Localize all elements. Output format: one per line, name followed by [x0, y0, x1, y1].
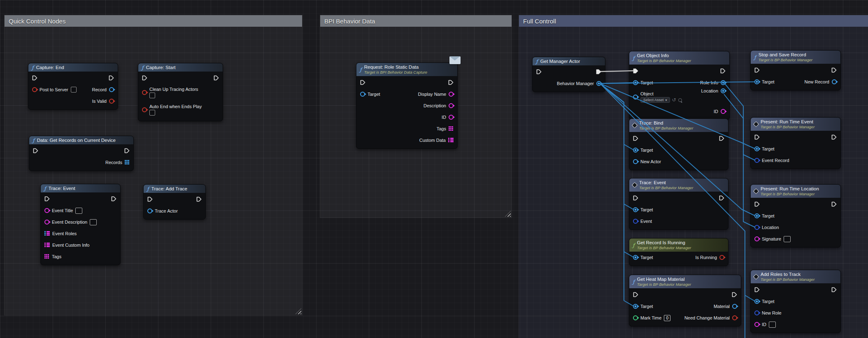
signature-pin[interactable]: [754, 236, 759, 241]
search-icon[interactable]: [678, 98, 682, 102]
target-pin[interactable]: [754, 299, 759, 304]
get-heat-map-material-node[interactable]: ƒGet Heat Map MaterialTarget is BP Behav…: [629, 275, 741, 326]
custom-data-pin[interactable]: [448, 138, 454, 143]
id-pin[interactable]: [721, 109, 726, 114]
bpi-behavior-data-comment-header[interactable]: BPI Behavior Data: [320, 15, 512, 27]
target-pin[interactable]: [754, 79, 759, 84]
id-pin[interactable]: [754, 322, 759, 327]
clean-up-tracing-actors-checkbox[interactable]: [149, 93, 155, 98]
event-custom-info-pin[interactable]: [44, 243, 50, 248]
exec-out-pin[interactable]: [719, 136, 724, 141]
exec-in-pin[interactable]: [44, 196, 50, 201]
capture-end-node[interactable]: ƒCapture: EndPost to ServerRecordIs Vali…: [28, 63, 118, 110]
event-description-pin[interactable]: [44, 220, 49, 225]
present-run-time-event-node[interactable]: Present: Run Time EventTarget is BP Beha…: [750, 117, 841, 169]
event-record-pin[interactable]: [754, 158, 759, 163]
mark-time-pin[interactable]: [633, 315, 638, 320]
record-pin[interactable]: [109, 87, 114, 92]
full-controll-comment-header[interactable]: Full Controll: [519, 15, 868, 27]
location-pin[interactable]: [754, 225, 759, 230]
id-textbox[interactable]: [769, 322, 776, 328]
target-pin[interactable]: [633, 304, 638, 309]
tags-pin[interactable]: [449, 126, 454, 131]
event-roles-pin[interactable]: [44, 231, 50, 236]
exec-out-pin[interactable]: [732, 292, 737, 297]
exec-in-pin[interactable]: [147, 197, 153, 202]
capture-start-node[interactable]: ƒCapture: StartClean Up Tracing ActorsAu…: [138, 63, 223, 121]
asset-picker-dropdown[interactable]: Select Asset▾: [640, 97, 670, 103]
trace-actor-pin[interactable]: [147, 208, 152, 213]
target-pin[interactable]: [633, 148, 638, 153]
target-pin[interactable]: [754, 213, 759, 218]
is-valid-pin[interactable]: [109, 99, 114, 104]
trace-event-left-node[interactable]: ƒTrace: EventEvent TitleEvent Descriptio…: [40, 184, 121, 265]
exec-in-pin[interactable]: [754, 134, 760, 140]
exec-out-pin[interactable]: [596, 69, 601, 74]
need-change-material-pin[interactable]: [732, 315, 737, 320]
event-pin[interactable]: [633, 219, 638, 224]
exec-out-pin[interactable]: [109, 75, 114, 81]
clean-up-tracing-actors-pin[interactable]: [142, 90, 147, 95]
get-manager-actor-node[interactable]: ƒGet Manager ActorBehavior Manager: [532, 57, 605, 92]
add-roles-to-track-node[interactable]: Add Roles to TrackTarget is BP Behavior …: [750, 270, 841, 333]
comment-resize-handle[interactable]: [296, 308, 301, 314]
get-record-is-running-node[interactable]: ƒGet Record Is RunningTarget is BP Behav…: [629, 238, 728, 266]
material-pin[interactable]: [732, 304, 737, 309]
request-role-static-data-node[interactable]: ƒRequest: Role Static DataTarget is BPI …: [356, 63, 458, 149]
id-pin[interactable]: [449, 115, 454, 120]
exec-out-pin[interactable]: [196, 197, 202, 202]
new-actor-pin[interactable]: [633, 159, 638, 164]
auto-end-when-ends-play-checkbox[interactable]: [149, 110, 155, 116]
event-title-textbox[interactable]: [75, 208, 82, 214]
exec-out-pin[interactable]: [448, 80, 454, 85]
exec-in-pin[interactable]: [633, 136, 638, 141]
exec-in-pin[interactable]: [754, 67, 760, 73]
exec-in-pin[interactable]: [142, 75, 147, 81]
exec-out-pin[interactable]: [719, 195, 724, 201]
tags-pin[interactable]: [44, 254, 49, 259]
object-pin[interactable]: [633, 95, 638, 100]
blueprint-canvas[interactable]: Quick Control NodesBPI Behavior DataFull…: [0, 0, 868, 338]
exec-out-pin[interactable]: [124, 148, 130, 153]
event-description-textbox[interactable]: [90, 219, 97, 225]
mark-time-value[interactable]: 0: [664, 315, 670, 321]
trace-event-right-node[interactable]: Trace: EventTarget is BP Behavior Manage…: [629, 178, 728, 230]
trace-add-trace-node[interactable]: ƒTrace: Add TraceTrace Actor: [143, 184, 206, 220]
exec-in-pin[interactable]: [754, 287, 760, 292]
reset-icon[interactable]: ↺: [672, 97, 676, 102]
exec-in-pin[interactable]: [633, 292, 638, 297]
exec-in-pin[interactable]: [633, 68, 638, 74]
behavior-manager-pin[interactable]: [596, 81, 601, 86]
stop-and-save-record-node[interactable]: ƒStop and Save RecordTarget is BP Behavi…: [750, 50, 841, 90]
post-to-server-pin[interactable]: [32, 87, 37, 92]
exec-out-pin[interactable]: [831, 201, 837, 207]
target-pin[interactable]: [360, 92, 365, 97]
display-name-pin[interactable]: [449, 92, 454, 97]
exec-out-pin[interactable]: [831, 287, 837, 292]
exec-out-pin[interactable]: [111, 196, 116, 201]
get-object-info-node[interactable]: ƒGet Object InfoTarget is BP Behavior Ma…: [629, 51, 730, 120]
exec-out-pin[interactable]: [214, 75, 219, 81]
exec-out-pin[interactable]: [720, 68, 726, 74]
target-pin[interactable]: [754, 146, 759, 151]
comment-resize-handle[interactable]: [505, 211, 511, 217]
target-pin[interactable]: [633, 80, 638, 85]
trace-bind-node[interactable]: Trace: BindTarget is BP Behavior Manager…: [629, 118, 728, 170]
post-to-server-checkbox[interactable]: [71, 87, 77, 93]
exec-in-pin[interactable]: [32, 75, 37, 81]
exec-in-pin[interactable]: [360, 80, 365, 85]
auto-end-when-ends-play-pin[interactable]: [142, 107, 147, 112]
event-title-pin[interactable]: [44, 208, 49, 213]
new-role-pin[interactable]: [754, 310, 759, 315]
new-record-pin[interactable]: [832, 79, 837, 84]
present-run-time-location-node[interactable]: Present: Run Time LocationTarget is BP B…: [750, 184, 841, 248]
exec-in-pin[interactable]: [754, 201, 760, 207]
records-pin[interactable]: [125, 160, 130, 165]
exec-out-pin[interactable]: [831, 134, 837, 140]
exec-in-pin[interactable]: [33, 148, 38, 153]
target-pin[interactable]: [633, 207, 638, 212]
is-running-pin[interactable]: [719, 255, 724, 260]
description-pin[interactable]: [449, 103, 454, 108]
exec-in-pin[interactable]: [536, 69, 542, 74]
exec-in-pin[interactable]: [633, 195, 638, 201]
